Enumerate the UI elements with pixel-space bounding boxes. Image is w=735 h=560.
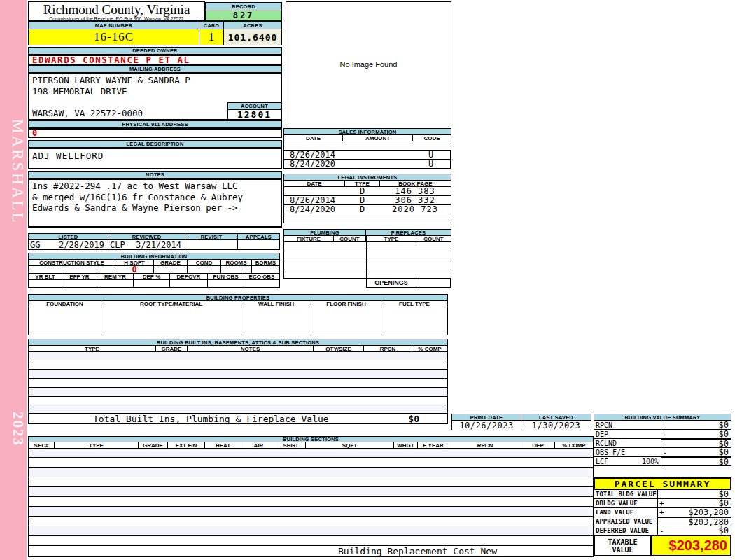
fireplaces-row[interactable] (366, 241, 451, 251)
ps-value: $0 (719, 489, 731, 499)
physical-address-value[interactable]: 0 (28, 128, 282, 138)
appeals-value[interactable] (237, 239, 280, 250)
instr-row-bookpage[interactable]: 2020 723 (379, 204, 451, 214)
yr-blt-value[interactable] (28, 279, 62, 288)
taxable-value: $203,280 (651, 535, 732, 556)
fireplaces-row[interactable] (366, 269, 451, 279)
bs-col: RPCN (449, 442, 522, 449)
notes-line[interactable]: Edwards & Sandra & Wayne Pierson per -> (29, 202, 281, 214)
bvs-row-value: - $0 (661, 429, 732, 439)
instr-row-bookpage[interactable]: 146 383 (379, 186, 451, 196)
notes-line[interactable]: & merged w/16C(1)6 fr Constance & Aubrey (29, 192, 281, 203)
deeded-owner-label: DEEDED OWNER (28, 47, 282, 55)
reviewed-value[interactable]: CLP 3/21/2014 (108, 239, 186, 250)
bs-col: HEAT (204, 442, 241, 449)
legal-description-label: LEGAL DESCRIPTION (28, 140, 282, 148)
listed-value[interactable]: GG 2/28/2019 (28, 239, 108, 250)
ps-row-label: LAND VALUE (594, 507, 658, 517)
building-sections-empty-row (28, 448, 594, 458)
instr-row-type[interactable]: D (344, 186, 380, 196)
plumbing-fireplaces-table: PLUMBING FIREPLACES FIXTURE COUNT TYPE C… (284, 229, 451, 288)
notes-box[interactable]: Ins #2022-294 .17 ac to West Warsaw LLC … (28, 178, 282, 227)
bvs-row-label: DEP (594, 429, 662, 439)
ps-op: + (658, 499, 664, 508)
ps-row-value: $0 (657, 489, 732, 499)
instr-row-date[interactable]: 8/26/2014 (284, 195, 345, 205)
property-photo-panel: No Image Found (286, 1, 451, 127)
map-card-acres: MAP NUMBER CARD ACRES 16-16C 1 101.6400 (28, 21, 282, 46)
ps-row-label: OBLDG VALUE (594, 498, 658, 508)
fireplaces-openings-label: OPENINGS (366, 278, 416, 288)
building-sections-empty-row (28, 506, 594, 517)
plumbing-row[interactable] (284, 260, 367, 270)
acres-value[interactable]: 101.6400 (223, 29, 282, 46)
fun-obs-value[interactable] (207, 279, 244, 288)
instr-row-type[interactable]: D (344, 195, 380, 205)
built-ins-col: RPCN (363, 345, 412, 352)
card-value[interactable]: 1 (199, 29, 224, 46)
floor-finish-value[interactable] (311, 307, 382, 335)
sales-row-date[interactable]: 8/26/2014 (284, 150, 368, 160)
building-information-table: BUILDING INFORMATION CONSTRUCTION STYLE … (28, 253, 280, 288)
no-image-message: No Image Found (340, 60, 398, 69)
sales-row-date[interactable]: 8/24/2020 (284, 159, 368, 169)
sales-row-amount[interactable] (367, 159, 412, 169)
instr-row-date[interactable] (284, 186, 345, 196)
instr-row-bookpage[interactable]: 306 332 (379, 195, 451, 205)
building-properties-table: BUILDING PROPERTIES FOUNDATION ROOF TYPE… (28, 294, 448, 335)
ps-row-value: $203,280 (657, 517, 732, 526)
fuel-type-value[interactable] (381, 307, 448, 335)
notes-label: NOTES (28, 171, 282, 178)
roof-value[interactable] (101, 307, 241, 335)
building-sections-empty-row (28, 477, 594, 487)
fireplaces-row[interactable] (366, 251, 451, 260)
ps-value: $0 (719, 498, 731, 508)
print-date-value: 10/26/2023 (451, 420, 522, 430)
building-sections-empty-row (28, 526, 594, 536)
built-ins-empty-row (28, 378, 448, 388)
map-number-value[interactable]: 16-16C (28, 29, 200, 46)
sidebar-year-label: 2023 (0, 398, 27, 461)
revisit-value[interactable] (185, 239, 238, 250)
built-ins-empty-row (28, 369, 448, 379)
dep-pct-value[interactable] (133, 279, 170, 288)
fireplaces-row[interactable] (366, 260, 451, 270)
notes-line[interactable]: Ins #2022-294 .17 ac to West Warsaw LLC (29, 181, 281, 192)
bvs-value: $0 (719, 457, 731, 467)
mailing-address-label: MAILING ADDRESS (28, 65, 282, 73)
instr-row-date[interactable]: 8/24/2020 (284, 204, 345, 214)
fireplaces-openings-value[interactable] (416, 278, 451, 288)
sales-row-code[interactable]: U (412, 150, 451, 160)
record-box: RECORD 827 (205, 2, 282, 21)
depovr-value[interactable] (169, 279, 208, 288)
bvs-value: $0 (719, 439, 731, 449)
ps-row-label: APPRAISED VALUE (594, 517, 658, 526)
deeded-owner-value[interactable]: EDWARDS CONSTANCE P ET AL (28, 55, 282, 65)
building-value-summary: BUILDING VALUE SUMMARY RPCN $0 DEP - $0 … (594, 414, 732, 466)
record-value[interactable]: 827 (205, 10, 282, 21)
mailing-line[interactable]: PIERSON LARRY WAYNE & SANDRA P (29, 75, 281, 86)
foundation-value[interactable] (28, 307, 102, 335)
sales-row-date[interactable] (284, 141, 451, 150)
building-sections-empty-row (28, 496, 594, 507)
ps-row-value: - $0 (657, 526, 732, 536)
listed-by: GG (30, 240, 40, 250)
sales-row-amount[interactable] (367, 150, 412, 160)
instr-row-empty[interactable] (284, 214, 451, 223)
plumbing-row[interactable] (284, 251, 367, 260)
wall-finish-value[interactable] (241, 307, 312, 335)
reviewed-date: 3/21/2014 (136, 240, 181, 250)
built-ins-col: GRADE (155, 345, 188, 352)
eco-obs-value[interactable] (244, 279, 280, 288)
bs-col: EXT FIN (167, 442, 205, 449)
eff-yr-value[interactable] (62, 279, 97, 288)
building-sections-footer: Building Replacement Cost New (28, 545, 594, 557)
legal-description-value[interactable]: ADJ WELLFORD (28, 148, 282, 169)
rem-yr-value[interactable] (97, 279, 134, 288)
plumbing-row[interactable] (284, 269, 367, 279)
account-value[interactable]: 12801 (227, 109, 281, 120)
mailing-line[interactable]: 198 MEMORIAL DRIVE (29, 86, 281, 97)
sales-row-code[interactable]: U (412, 159, 451, 169)
instr-row-type[interactable]: D (344, 204, 380, 214)
plumbing-row[interactable] (284, 241, 367, 251)
